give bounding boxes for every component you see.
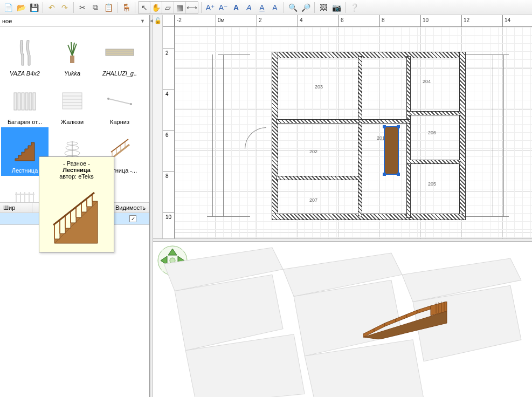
plan-view[interactable]: 🔓 -2 0м 2 4 6 8 10 12 14 [153, 15, 532, 238]
svg-marker-50 [406, 310, 417, 318]
view-3d[interactable] [153, 242, 532, 397]
zoom-in-icon[interactable]: 🔍 [287, 2, 299, 13]
text-bold-icon[interactable]: A [230, 2, 242, 13]
svg-rect-10 [63, 93, 82, 109]
category-selector[interactable]: ное ▼ [0, 15, 149, 27]
stair-object-plan[interactable] [384, 126, 399, 175]
svg-marker-48 [385, 319, 396, 326]
blind-horizontal-icon [103, 38, 136, 68]
room-tool-icon[interactable]: ▦ [174, 2, 186, 13]
open-file-icon[interactable]: 📂 [15, 2, 27, 13]
plan-canvas[interactable]: 203 204 202 201 206 205 207 [175, 27, 532, 238]
svg-marker-49 [396, 314, 406, 322]
tool-mode-group: ↖ ✋ ▱ ▦ ⟷ [138, 1, 198, 14]
new-file-icon[interactable]: 📄 [2, 2, 14, 13]
camera-icon[interactable]: 📷 [330, 2, 342, 13]
catalog-item-zhaluzi-g[interactable]: ZHALUZI_g.. [96, 30, 143, 79]
svg-rect-8 [29, 93, 32, 110]
vase-icon [9, 38, 41, 68]
tooltip-author: автор: eTeks [43, 173, 110, 180]
text-italic-icon[interactable]: A [243, 2, 255, 13]
ruler-corner [163, 15, 175, 27]
text-color-icon[interactable]: A [269, 2, 281, 13]
copy-icon[interactable]: ⧉ [89, 2, 101, 13]
dimension-tool-icon[interactable]: ⟷ [186, 2, 198, 13]
plant-icon [56, 38, 88, 68]
chevron-down-icon[interactable]: ▼ [138, 18, 147, 24]
catalog-item-radiator[interactable]: Батарея от... [1, 79, 49, 127]
catalog-item-yukka[interactable]: Yukka [49, 30, 96, 79]
svg-point-17 [130, 103, 132, 105]
furniture-tooltip: - Разное - Лестница автор: eTeks [39, 156, 114, 252]
catalog-item-zhaluzi[interactable]: Жалюзи [49, 79, 96, 127]
svg-marker-47 [374, 323, 385, 332]
undo-icon[interactable]: ↶ [46, 2, 58, 13]
blinds-icon [56, 86, 88, 117]
svg-line-15 [108, 99, 131, 104]
tooltip-name: Лестница [43, 167, 110, 173]
column-width[interactable]: Шир [0, 203, 32, 213]
zoom-out-icon[interactable]: 🔎 [300, 2, 312, 13]
help-icon[interactable]: ❔ [348, 2, 360, 13]
save-icon[interactable]: 💾 [28, 2, 40, 13]
svg-marker-51 [417, 306, 431, 313]
svg-rect-0 [70, 56, 74, 63]
stair-object-3d[interactable] [363, 302, 450, 339]
curtain-rod-icon [103, 86, 136, 117]
visibility-checkbox[interactable]: ✓ [129, 215, 136, 222]
pan-tool-icon[interactable]: ✋ [150, 2, 162, 13]
svg-point-16 [107, 98, 109, 100]
text-size-minus-icon[interactable]: A⁻ [217, 2, 229, 13]
floor-plan: 203 204 202 201 206 205 207 [250, 41, 487, 230]
wall-tool-icon[interactable]: ▱ [162, 2, 174, 13]
photo-icon[interactable]: 🖼 [317, 2, 329, 13]
svg-rect-5 [18, 93, 20, 110]
vertical-ruler: 2 4 6 8 10 [163, 27, 175, 238]
svg-rect-7 [25, 93, 28, 110]
svg-rect-6 [22, 93, 24, 110]
category-label: ное [2, 18, 138, 24]
tooltip-preview-icon [47, 183, 106, 248]
svg-rect-1 [106, 49, 134, 56]
radiator-icon [9, 86, 41, 117]
right-panel: 🔓 -2 0м 2 4 6 8 10 12 14 [153, 15, 532, 397]
cut-icon[interactable]: ✂ [77, 2, 88, 13]
text-size-plus-icon[interactable]: A⁺ [204, 2, 216, 13]
walls-3d [153, 242, 532, 397]
catalog-item-vaza[interactable]: VAZA B4x2 [1, 30, 49, 79]
lock-column[interactable]: 🔓 [153, 15, 163, 238]
svg-rect-9 [33, 93, 36, 110]
select-tool-icon[interactable]: ↖ [139, 2, 150, 13]
redo-icon[interactable]: ↷ [59, 2, 71, 13]
staircase-icon [9, 135, 41, 165]
text-underline-icon[interactable]: A [256, 2, 268, 13]
catalog-item-karniz[interactable]: Карниз [96, 79, 143, 127]
main-toolbar: 📄 📂 💾 ↶ ↷ ✂ ⧉ 📋 🪑 ↖ ✋ ▱ ▦ ⟷ A⁺ A⁻ A A A … [0, 0, 532, 15]
paste-icon[interactable]: 📋 [102, 2, 114, 13]
horizontal-ruler: -2 0м 2 4 6 8 10 12 14 [175, 15, 532, 27]
svg-rect-4 [14, 93, 17, 110]
fence-icon [9, 183, 41, 202]
tooltip-category: - Разное - [43, 160, 110, 167]
add-furniture-icon[interactable]: 🪑 [120, 2, 132, 13]
